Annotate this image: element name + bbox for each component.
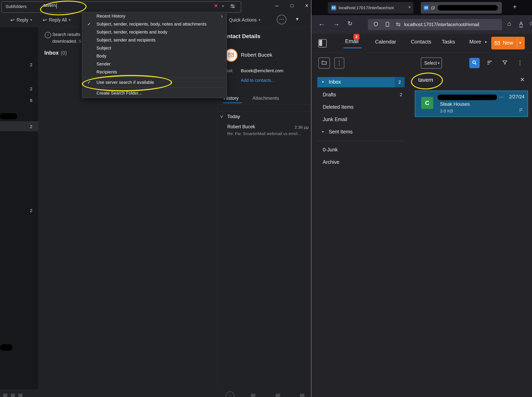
clear-search-icon[interactable]: ×	[214, 2, 218, 9]
sidebar-menu-button[interactable]: ⋮	[334, 57, 344, 69]
menu-item-scope-recipients[interactable]: Subject, sender and recipients	[82, 36, 227, 44]
sidebar-toggle-icon[interactable]	[318, 39, 327, 48]
back-icon[interactable]: ←	[318, 20, 325, 27]
statusbar-grid-icon[interactable]: ▦	[299, 392, 305, 397]
reload-icon[interactable]: ↻	[348, 20, 353, 27]
list-title: Inbox	[44, 50, 59, 56]
tab-close-icon[interactable]: ×	[408, 4, 411, 10]
nav-tab-calendar[interactable]: Calendar	[375, 39, 396, 45]
collapse-group-chevron-icon[interactable]: ˅	[220, 114, 223, 120]
sidebar-divider	[38, 27, 38, 389]
menu-item-sender[interactable]: Sender	[82, 60, 227, 68]
sidebar-selected-row[interactable]	[0, 121, 38, 131]
avatar: C	[421, 97, 433, 109]
new-dropdown-chevron-icon[interactable]: ▾	[519, 40, 521, 45]
search-options-chevron-icon[interactable]: ▾	[222, 4, 224, 8]
dots-icon: ⋮	[336, 60, 342, 66]
nav-tab-contacts[interactable]: Contacts	[411, 39, 431, 45]
folder-item-drafts[interactable]: Drafts 2	[317, 90, 405, 100]
maximize-button[interactable]: □	[287, 1, 297, 10]
folder-actions-button[interactable]	[318, 57, 330, 69]
message-date: 2/27/24	[509, 94, 524, 99]
menu-item-create-search-folder[interactable]: Create Search Folder...	[82, 89, 227, 97]
webmail-search-input[interactable]: tavern ×	[415, 75, 528, 86]
flag-icon[interactable]	[519, 108, 524, 114]
group-label[interactable]: Today	[227, 114, 240, 119]
menu-item-body[interactable]: Body	[82, 52, 227, 60]
menu-item-subject[interactable]: Subject	[82, 44, 227, 52]
page-info-icon[interactable]	[385, 22, 390, 28]
translate-icon[interactable]: A	[519, 21, 523, 27]
message-list-item[interactable]: C ... 2/27/24 Steak Houses 3.8 KB	[415, 91, 528, 117]
nav-tab-more[interactable]: More	[469, 39, 481, 45]
chevron-down-icon: ▾	[259, 18, 260, 22]
search-filter-icon[interactable]	[230, 3, 236, 10]
bookmark-star-icon[interactable]: ☆	[529, 20, 532, 27]
more-actions-button[interactable]: ⋯	[277, 15, 286, 24]
permissions-toggle-icon[interactable]	[395, 22, 401, 28]
menu-item-recent-history[interactable]: Recent History ›	[82, 12, 227, 20]
tab-attachments[interactable]: Attachments	[253, 95, 279, 101]
statusbar-grid-icon[interactable]: ▦	[3, 392, 10, 397]
add-to-contacts-link[interactable]: Add to contacts...	[241, 78, 275, 83]
select-button[interactable]: Select ▾	[421, 57, 442, 69]
home-icon[interactable]: ⌂	[507, 20, 511, 27]
minimize-button[interactable]: –	[272, 1, 282, 10]
folder-list-divider	[317, 141, 405, 141]
expand-arrow-icon[interactable]: ▸	[322, 130, 324, 134]
history-message-sender[interactable]: Robert Bucek	[227, 124, 255, 130]
nav-tab-tasks[interactable]: Tasks	[442, 39, 455, 45]
scope-label[interactable]: Subfolders	[6, 4, 26, 9]
browser-tab-1[interactable]: localhost:17017/interface/root ×	[328, 2, 413, 13]
filter-button[interactable]	[500, 58, 510, 68]
search-button[interactable]	[469, 58, 480, 68]
mail-favicon-icon	[424, 5, 429, 10]
new-button-label: New	[503, 40, 513, 46]
menu-item-scope-all[interactable]: Subject, sender, recipients, body, notes…	[82, 20, 227, 28]
menu-item-scope-body[interactable]: Subject, sender, recipients and body	[82, 28, 227, 36]
select-label: Select	[424, 61, 437, 66]
shield-icon[interactable]	[373, 22, 379, 28]
menu-item-recipients[interactable]: Recipients	[82, 68, 227, 76]
quick-actions-button[interactable]: Quick Actions ▾	[222, 16, 260, 24]
list-menu-button[interactable]: ⋮	[515, 58, 525, 68]
expand-arrow-icon[interactable]: ▸	[322, 80, 324, 84]
folder-item-archive[interactable]: Archive	[317, 157, 405, 167]
reply-label: Reply	[17, 17, 28, 23]
clear-search-icon[interactable]: ×	[520, 75, 524, 84]
statusbar-grid-icon[interactable]: ▦	[18, 392, 23, 397]
redaction-bar	[437, 94, 497, 100]
reply-button[interactable]: ↩ Reply ▾	[10, 16, 32, 24]
folder-item-deleted-items[interactable]: Deleted Items	[317, 102, 405, 112]
statusbar-grid-icon[interactable]: ▦	[275, 392, 280, 397]
close-button[interactable]: ×	[302, 1, 311, 10]
message-subject: Steak Houses	[440, 101, 470, 107]
quick-actions-label: Quick Actions	[229, 17, 257, 23]
info-link[interactable]: S	[78, 39, 82, 44]
select-chevron-icon: ▾	[438, 61, 440, 65]
url-text[interactable]: localhost:17017/interface/root#/email	[404, 22, 479, 27]
redaction-bar	[0, 113, 17, 119]
statusbar-grid-icon[interactable]: ▦	[250, 392, 256, 397]
new-button[interactable]: New ▾	[491, 37, 525, 50]
screenshot-root: Subfolders tavern × ▾ – □ × ↩ Reply ▾ ↩ …	[0, 0, 532, 397]
search-icon	[472, 60, 477, 66]
folder-item-0-junk[interactable]: 0-Junk	[317, 145, 405, 155]
unread-count: 8	[24, 98, 32, 103]
forward-icon[interactable]: →	[333, 20, 340, 27]
statusbar-more-icon[interactable]: ⋯	[226, 391, 234, 397]
collapse-toolbar-chevron-icon[interactable]: ▾	[296, 16, 298, 22]
folder-item-junk-email[interactable]: Junk Email	[317, 115, 405, 125]
menu-item-server-search[interactable]: Use server search if available	[82, 78, 227, 86]
folder-item-inbox[interactable]: ▸ Inbox 2	[317, 77, 405, 87]
new-tab-button[interactable]: +	[513, 3, 517, 11]
browser-tab-2-active[interactable]: (2	[421, 2, 502, 13]
sort-button[interactable]	[484, 58, 495, 68]
statusbar-grid-icon[interactable]: ▦	[10, 392, 15, 397]
redaction-bar	[437, 5, 498, 11]
webmail-search-text: tavern	[418, 77, 433, 83]
reply-all-button[interactable]: ↩ Reply All ▾	[43, 16, 70, 24]
search-input[interactable]: tavern	[44, 3, 211, 11]
folder-item-sent-items[interactable]: ▸ Sent Items	[317, 127, 405, 137]
history-message-subject[interactable]: Re: Fw: SmarterMail webmail vs emcl...	[227, 131, 308, 136]
